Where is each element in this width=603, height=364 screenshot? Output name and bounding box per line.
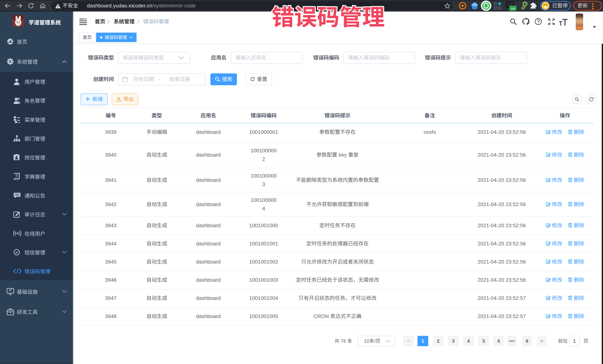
svg-text:on: on [511,7,515,10]
svg-text:错误码管理: 错误码管理 [272,1,385,31]
